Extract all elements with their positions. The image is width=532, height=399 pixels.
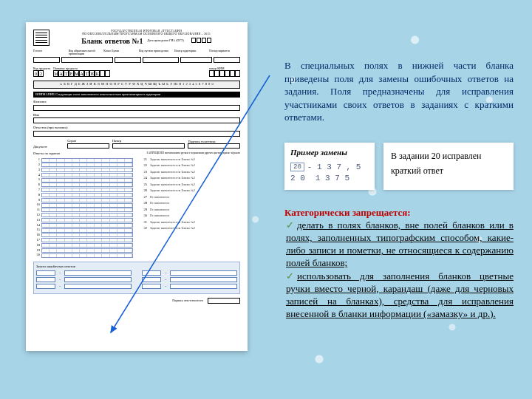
- answer-row: 29Не заполняется: [140, 208, 240, 212]
- answer-row: 24Задание выполняется на Бланке №2: [140, 177, 240, 180]
- ex-task-num: 20: [290, 163, 304, 171]
- answer-row: 5: [33, 178, 133, 183]
- answer-row: 13: [33, 218, 133, 222]
- ex-right-line2: краткий ответ: [391, 163, 506, 178]
- answer-row: 19: [33, 248, 133, 253]
- lbl-imya: Имя: [33, 114, 240, 117]
- lbl-klass: Класс Буква: [103, 50, 134, 55]
- lbl-var: Номер варианта: [209, 50, 240, 55]
- subject-letter-cells: МАТЕМАТИК: [53, 70, 206, 77]
- answer-row: 27Не заполняется: [140, 196, 240, 200]
- subj-code-0: 0: [33, 70, 38, 77]
- lbl-otch: Отчество (при наличии): [33, 126, 240, 130]
- answer-row: 14: [33, 223, 133, 228]
- lbl-ppe: Код пункта проведения: [139, 50, 170, 55]
- answer-row: 2: [33, 163, 133, 167]
- answer-row: 10: [33, 203, 133, 208]
- answer-row: 21Задание выполняется на Бланке №2: [140, 158, 240, 162]
- date-label: Дата проведения ГИА (ОГЭ): [147, 39, 183, 42]
- replacement-example: Пример замены 20 - 1 3 7 , 5 2 0 1 3 7 5…: [284, 143, 514, 190]
- prohibit-heading: Категорически запрещается:: [284, 206, 514, 219]
- answer-form-sheet: ГОСУДАРСТВЕННАЯ ИТОГОВАЯ АТТЕСТАЦИЯ ПО О…: [26, 22, 248, 351]
- lbl-org: Код образовательной организации: [69, 50, 100, 55]
- lbl-num: Номер: [112, 139, 122, 143]
- attention-bar: ВНИМАНИЕ Следующие поля заполняются отве…: [33, 92, 240, 98]
- prohibit-item-1: делать в полях бланков, вне полей бланко…: [286, 219, 514, 270]
- alphabet-sample: А Б В Г Д Е Ж З И К Л М Н О П Р С Т У Ф …: [33, 81, 240, 89]
- lbl-aud: Номер аудитории: [174, 50, 205, 55]
- answer-row: 25Задание выполняется на Бланке №2: [140, 183, 240, 187]
- answer-row: 31Задание выполняется на Бланке №2: [140, 221, 240, 225]
- ex-wrong: - 1 3 7 , 5: [307, 163, 361, 171]
- answer-row: 18: [33, 243, 133, 248]
- answer-row: 15: [33, 228, 133, 233]
- answer-row: 26Задание выполняется на Бланке №2: [140, 189, 240, 193]
- answers-attention: ЗАПРЕЩЕНО использовать ручки с чернилами…: [147, 152, 241, 156]
- answer-row: 3: [33, 168, 133, 172]
- answer-row: 6: [33, 183, 133, 187]
- explanation-paragraph: В специальных полях в нижней части бланк…: [284, 59, 514, 124]
- sig2-label: Подпись ответственного: [172, 299, 203, 302]
- ex-corr-num: 2 0: [290, 174, 305, 183]
- answer-row: 4: [33, 173, 133, 177]
- answer-row: 1: [33, 158, 133, 163]
- answer-row: 28Не заполняется: [140, 202, 240, 205]
- answer-row: 7: [33, 188, 133, 192]
- lbl-ser: Серия: [67, 139, 76, 143]
- lbl-sig: Подпись участника: [188, 140, 215, 143]
- answer-row: 16: [33, 233, 133, 237]
- answer-row: 23Задание выполняется на Бланке №2: [140, 171, 240, 174]
- answer-row: 8: [33, 193, 133, 197]
- lbl-doc: Документ: [33, 145, 47, 149]
- answers-grid: 1234567891011121314151617181920 21Задани…: [33, 158, 240, 259]
- answer-row: 17: [33, 238, 133, 242]
- replacement-zone: Замена ошибочных ответов – – – – – –: [33, 262, 240, 294]
- form-title: Бланк ответов №1: [81, 38, 143, 45]
- lbl-fam: Фамилия: [33, 100, 240, 104]
- answer-row: 12: [33, 213, 133, 217]
- ex-right-line1: В задании 20 исправлен: [391, 149, 506, 163]
- answer-row: 9: [33, 198, 133, 202]
- sig2-box: [208, 298, 240, 304]
- answer-row: 11: [33, 208, 133, 212]
- answers-label: Ответы на задания: [33, 152, 60, 156]
- answer-row: 20: [33, 253, 133, 258]
- ex-corr-val: 1 3 7 5: [316, 174, 349, 183]
- answer-row: 22Задание выполняется на Бланке №2: [140, 164, 240, 168]
- lbl-region: Регион: [33, 50, 64, 55]
- prohibit-item-2: использовать для заполнения бланков цвет…: [286, 270, 514, 321]
- answer-row: 30Не заполняется: [140, 214, 240, 218]
- subj-code-1: 2: [38, 70, 44, 77]
- prohibition-block: Категорически запрещается: делать в поля…: [284, 206, 514, 320]
- answer-row: 32Задание выполняется на Бланке №2: [140, 227, 240, 231]
- barcode-icon: [33, 30, 50, 46]
- example-title: Пример замены: [290, 148, 369, 157]
